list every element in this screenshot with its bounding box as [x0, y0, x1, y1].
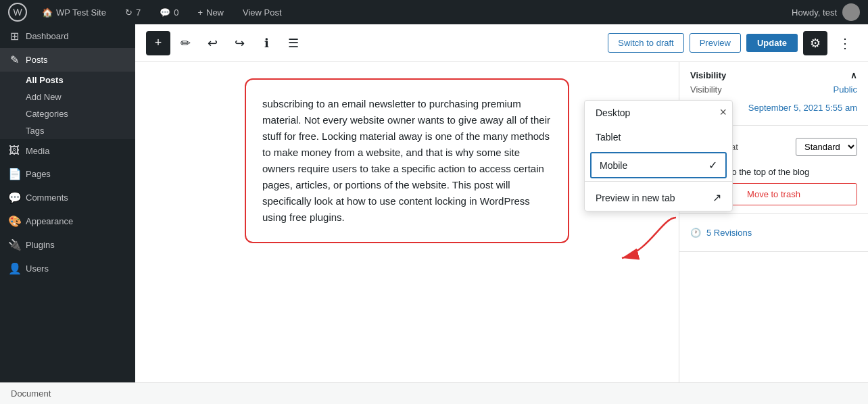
history-icon: 🕐	[690, 228, 701, 238]
avatar	[842, 3, 860, 21]
plugins-icon: 🔌	[8, 238, 20, 251]
more-options-button[interactable]: ⋮	[833, 31, 857, 55]
tablet-label: Tablet	[596, 132, 621, 143]
sidebar-item-label: Users	[26, 263, 49, 274]
updates-link[interactable]: ↻ 7	[121, 5, 145, 20]
sidebar-item-categories[interactable]: Categories	[0, 105, 135, 122]
sidebar: ⊞ Dashboard ✎ Posts All Posts Add New Ca…	[0, 24, 135, 404]
sidebar-item-label: Pages	[26, 169, 51, 179]
sidebar-item-users[interactable]: 👤 Users	[0, 257, 135, 280]
mobile-label: Mobile	[600, 160, 627, 171]
post-content-text: subscribing to an email newsletter to pu…	[262, 96, 552, 226]
status-section-header[interactable]: Visibility ∧	[690, 70, 857, 80]
preview-new-tab-label: Preview in new tab	[596, 193, 675, 203]
comments-count: 0	[174, 7, 178, 18]
sidebar-item-posts[interactable]: ✎ Posts	[0, 48, 135, 72]
sidebar-item-pages[interactable]: 📄 Pages	[0, 162, 135, 186]
preview-desktop-option[interactable]: Desktop	[585, 101, 732, 125]
preview-mobile-option[interactable]: Mobile ✓	[590, 152, 727, 178]
appearance-icon: 🎨	[8, 215, 20, 228]
preview-divider	[585, 181, 732, 182]
revisions-section: 🕐 5 Revisions	[679, 214, 868, 252]
sidebar-item-add-new[interactable]: Add New	[0, 89, 135, 105]
howdy-text: Howdy, test	[792, 7, 837, 18]
preview-tablet-option[interactable]: Tablet	[585, 125, 732, 149]
main-content: + ✏ ↩ ↪ ℹ ☰ Switch to draft Preview Upda…	[135, 24, 868, 404]
preview-button[interactable]: Preview	[690, 33, 741, 53]
sidebar-item-media[interactable]: 🖼 Media	[0, 139, 135, 162]
close-preview-dropdown-button[interactable]: ×	[719, 106, 727, 118]
plus-icon: +	[197, 7, 203, 18]
posts-icon: ✎	[8, 53, 20, 66]
sidebar-item-label: Plugins	[26, 240, 55, 250]
tools-button[interactable]: ✏	[173, 31, 197, 55]
updates-icon: ↻	[125, 7, 132, 18]
sidebar-item-all-posts[interactable]: All Posts	[0, 72, 135, 89]
new-label: New	[206, 7, 224, 18]
posts-submenu: All Posts Add New Categories Tags	[0, 72, 135, 139]
visibility-value[interactable]: Public	[834, 84, 857, 95]
wp-logo[interactable]: W	[8, 3, 27, 22]
preview-new-tab-option[interactable]: Preview in new tab ↗	[585, 184, 732, 211]
sidebar-item-label: Appearance	[26, 216, 73, 226]
post-format-select[interactable]: Standard Aside Gallery	[796, 138, 857, 156]
desktop-label: Desktop	[596, 107, 630, 118]
users-icon: 👤	[8, 262, 20, 275]
user-info: Howdy, test	[792, 3, 860, 21]
sidebar-item-appearance[interactable]: 🎨 Appearance	[0, 209, 135, 233]
sidebar-item-label: Dashboard	[26, 31, 69, 41]
revisions-link[interactable]: 🕐 5 Revisions	[690, 222, 857, 243]
sidebar-item-plugins[interactable]: 🔌 Plugins	[0, 233, 135, 257]
redo-button[interactable]: ↪	[227, 31, 251, 55]
admin-bar: W 🏠 WP Test Site ↻ 7 💬 0 + New View Post…	[0, 0, 868, 24]
document-tab[interactable]: Document	[135, 382, 868, 404]
sidebar-item-label: Posts	[26, 55, 48, 65]
comments-icon: 💬	[160, 7, 170, 18]
undo-button[interactable]: ↩	[200, 31, 224, 55]
post-content-box: subscribing to an email newsletter to pu…	[245, 78, 569, 243]
add-block-button[interactable]: +	[146, 31, 170, 55]
view-post-label: View Post	[243, 7, 282, 18]
switch-to-draft-button[interactable]: Switch to draft	[608, 33, 683, 53]
revisions-label: 5 Revisions	[706, 228, 752, 238]
comments-icon: 💬	[8, 191, 20, 204]
media-icon: 🖼	[8, 145, 20, 157]
chevron-up-icon: ∧	[850, 70, 857, 80]
publish-date[interactable]: September 5, 2021 5:55 am	[748, 103, 857, 113]
new-content-link[interactable]: + New	[193, 5, 228, 20]
checkmark-icon: ✓	[708, 159, 717, 172]
preview-dropdown: × Desktop Tablet Mobile ✓ Preview in new…	[584, 100, 733, 211]
external-link-icon: ↗	[713, 191, 721, 204]
sidebar-item-label: Media	[26, 146, 49, 156]
site-name-link[interactable]: 🏠 WP Test Site	[38, 5, 110, 20]
sidebar-item-dashboard[interactable]: ⊞ Dashboard	[0, 24, 135, 48]
visibility-label-text: Visibility	[690, 70, 726, 80]
update-button[interactable]: Update	[746, 34, 798, 52]
editor-toolbar: + ✏ ↩ ↪ ℹ ☰ Switch to draft Preview Upda…	[135, 24, 868, 62]
view-post-link[interactable]: View Post	[239, 5, 286, 20]
dashboard-icon: ⊞	[8, 30, 20, 43]
sidebar-item-comments[interactable]: 💬 Comments	[0, 186, 135, 209]
sidebar-item-tags[interactable]: Tags	[0, 122, 135, 139]
updates-count: 7	[136, 7, 141, 18]
sidebar-item-label: Comments	[26, 193, 68, 203]
toolbar-right: Switch to draft Preview Update ⚙ ⋮	[608, 31, 857, 55]
info-button[interactable]: ℹ	[254, 31, 279, 55]
pages-icon: 📄	[8, 168, 20, 180]
settings-button[interactable]: ⚙	[803, 31, 827, 55]
visibility-label: Visibility	[690, 84, 722, 95]
site-name: WP Test Site	[56, 7, 106, 18]
comments-link[interactable]: 💬 0	[155, 5, 183, 20]
visibility-row: Visibility Public	[690, 80, 857, 99]
list-view-button[interactable]: ☰	[281, 31, 306, 55]
home-icon: 🏠	[42, 7, 53, 18]
